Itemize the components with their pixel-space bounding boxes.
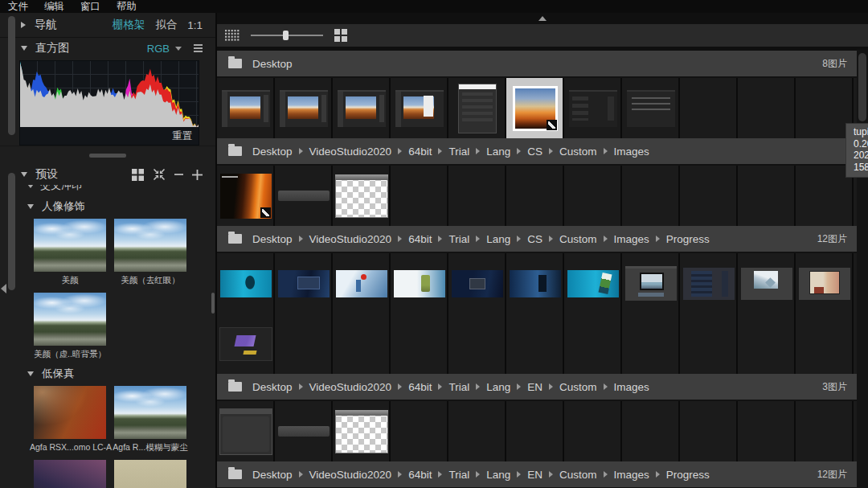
breadcrumb-segment[interactable]: Images bbox=[614, 146, 649, 158]
histogram-section-header[interactable]: 直方图 RGB bbox=[0, 38, 215, 59]
breadcrumb-segment[interactable]: Desktop bbox=[252, 58, 293, 70]
thumbnail-cell[interactable] bbox=[564, 78, 622, 138]
collapse-up-icon[interactable] bbox=[538, 16, 547, 21]
large-thumbnails-icon[interactable] bbox=[334, 29, 347, 42]
breadcrumb-segment[interactable]: Progress bbox=[666, 233, 710, 245]
breadcrumb-segment[interactable]: VideoStudio2020 bbox=[309, 381, 392, 393]
preset-item[interactable]: 美颜 bbox=[34, 219, 114, 286]
breadcrumb-segment[interactable]: EN bbox=[527, 381, 542, 393]
navigation-section-header[interactable]: 导航 棚格架 拟合 1:1 bbox=[0, 13, 215, 38]
breadcrumb-segment[interactable]: 64bit bbox=[408, 233, 432, 245]
folder-bar[interactable]: DesktopVideoStudio202064bitTrialLangCSCu… bbox=[217, 138, 858, 166]
breadcrumb-segment[interactable]: Lang bbox=[486, 233, 510, 245]
slider-thumb[interactable] bbox=[283, 31, 289, 40]
thumbnail-cell[interactable] bbox=[796, 253, 854, 314]
fit-button[interactable]: 拟合 bbox=[155, 18, 177, 32]
grid-rack-button[interactable]: 棚格架 bbox=[113, 18, 145, 32]
collapse-all-icon[interactable] bbox=[153, 168, 166, 181]
folder-bar[interactable]: DesktopVideoStudio202064bitTrialLangENCu… bbox=[217, 461, 858, 488]
breadcrumb-segment[interactable]: Custom bbox=[559, 381, 597, 393]
breadcrumb-segment[interactable]: CS bbox=[527, 146, 542, 158]
thumbnail-cell[interactable] bbox=[275, 166, 333, 226]
folder-bar[interactable]: Desktop8图片 bbox=[217, 51, 858, 78]
channel-select[interactable]: RGB bbox=[147, 43, 170, 55]
thumbnail-cell[interactable] bbox=[622, 253, 680, 314]
breadcrumb-segment[interactable]: Desktop bbox=[252, 233, 293, 245]
thumbnail-cell[interactable] bbox=[564, 253, 622, 314]
preset-thumbnail[interactable] bbox=[34, 219, 106, 272]
breadcrumb-segment[interactable]: Desktop bbox=[252, 381, 293, 393]
thumbnail-cell[interactable] bbox=[333, 253, 391, 314]
preset-thumbnail[interactable] bbox=[114, 219, 186, 272]
sidebar-resize-handle[interactable] bbox=[211, 293, 215, 314]
small-thumbnails-icon[interactable] bbox=[225, 30, 240, 41]
thumbnail-cell[interactable] bbox=[217, 78, 275, 138]
breadcrumb-segment[interactable]: Trial bbox=[448, 469, 469, 481]
preset-item[interactable]: Agfa RSX...omo LC-A bbox=[34, 386, 114, 453]
preset-item[interactable] bbox=[34, 460, 114, 488]
preset-item[interactable]: 美颜（去红眼） bbox=[114, 219, 194, 286]
thumbnail-cell[interactable] bbox=[275, 253, 333, 314]
thumbnail-cell[interactable] bbox=[275, 78, 333, 138]
preset-group-header[interactable]: 低保真 bbox=[0, 363, 215, 384]
thumbnail-cell[interactable] bbox=[391, 253, 448, 314]
thumbnail-cell[interactable] bbox=[217, 166, 275, 226]
presets-section-header[interactable]: 预设 bbox=[0, 164, 215, 185]
breadcrumb-segment[interactable]: VideoStudio2020 bbox=[309, 233, 392, 245]
breadcrumb-segment[interactable]: EN bbox=[527, 469, 542, 481]
breadcrumb-segment[interactable]: Desktop bbox=[252, 146, 293, 158]
breadcrumb-segment[interactable]: Lang bbox=[486, 381, 510, 393]
breadcrumb-segment[interactable]: Custom bbox=[559, 146, 597, 158]
thumbnail-cell[interactable] bbox=[217, 253, 275, 314]
menu-item[interactable]: 帮助 bbox=[108, 0, 145, 13]
thumbnail-cell[interactable] bbox=[506, 253, 564, 314]
scrollbar-thumb[interactable] bbox=[858, 53, 866, 121]
thumbnail-cell[interactable] bbox=[506, 78, 564, 138]
one-to-one-button[interactable]: 1:1 bbox=[187, 19, 203, 31]
preset-group-header-clipped[interactable]: 交叉冲印 bbox=[0, 185, 215, 196]
preset-thumbnail[interactable] bbox=[34, 293, 106, 346]
breadcrumb-segment[interactable]: Lang bbox=[486, 469, 510, 481]
thumbnail-cell[interactable] bbox=[391, 78, 448, 138]
preset-item[interactable]: 美颜（虚..暗背景） bbox=[34, 293, 114, 360]
breadcrumb-segment[interactable]: 64bit bbox=[408, 381, 432, 393]
channel-caret-icon[interactable] bbox=[175, 47, 182, 51]
breadcrumb-segment[interactable]: Trial bbox=[448, 146, 469, 158]
thumbnail-size-slider[interactable] bbox=[251, 35, 323, 36]
panel-drag-handle[interactable] bbox=[89, 154, 126, 158]
collapse-left-arrow[interactable] bbox=[1, 284, 6, 293]
folder-bar[interactable]: DesktopVideoStudio202064bitTrialLangENCu… bbox=[217, 374, 858, 401]
menu-item[interactable]: 编辑 bbox=[36, 0, 72, 13]
breadcrumb-segment[interactable]: Trial bbox=[448, 381, 469, 393]
thumbnail-cell[interactable] bbox=[738, 253, 796, 314]
vertical-scrollbar[interactable] bbox=[857, 50, 868, 488]
breadcrumb-segment[interactable]: Trial bbox=[448, 233, 469, 245]
preset-thumbnail[interactable] bbox=[114, 460, 186, 488]
preset-thumbnail[interactable] bbox=[114, 386, 186, 439]
preset-item[interactable] bbox=[114, 460, 194, 488]
menu-item[interactable]: 窗口 bbox=[72, 0, 108, 13]
preset-thumbnail[interactable] bbox=[34, 460, 106, 488]
breadcrumb-segment[interactable]: Desktop bbox=[252, 469, 293, 481]
folder-bar[interactable]: DesktopVideoStudio202064bitTrialLangCSCu… bbox=[217, 226, 858, 253]
thumbnail-cell[interactable] bbox=[448, 253, 506, 314]
sidebar-scrollbar-thumb-top[interactable] bbox=[8, 16, 15, 135]
breadcrumb-segment[interactable]: Lang bbox=[486, 146, 510, 158]
histogram-reset-button[interactable]: 重置 bbox=[172, 129, 192, 143]
preset-item[interactable]: Agfa R...模糊与蒙尘 bbox=[114, 386, 194, 453]
breadcrumb-segment[interactable]: 64bit bbox=[408, 469, 432, 481]
preset-thumbnail[interactable] bbox=[34, 386, 106, 439]
thumbnail-cell[interactable] bbox=[448, 78, 506, 138]
breadcrumb-segment[interactable]: Progress bbox=[666, 469, 710, 481]
thumbnail-cell[interactable] bbox=[333, 78, 391, 138]
zoom-in-presets-icon[interactable] bbox=[192, 170, 203, 180]
thumbnail-cell[interactable] bbox=[680, 253, 738, 314]
thumbnail-cell[interactable] bbox=[275, 401, 333, 461]
breadcrumb-segment[interactable]: Images bbox=[614, 381, 649, 393]
breadcrumb-segment[interactable]: Images bbox=[614, 233, 649, 245]
thumbnail-cell[interactable] bbox=[217, 401, 275, 461]
breadcrumb-segment[interactable]: 64bit bbox=[408, 146, 432, 158]
zoom-out-presets-icon[interactable] bbox=[174, 174, 183, 175]
thumbnail-cell[interactable] bbox=[217, 314, 275, 374]
breadcrumb-segment[interactable]: VideoStudio2020 bbox=[309, 469, 392, 481]
